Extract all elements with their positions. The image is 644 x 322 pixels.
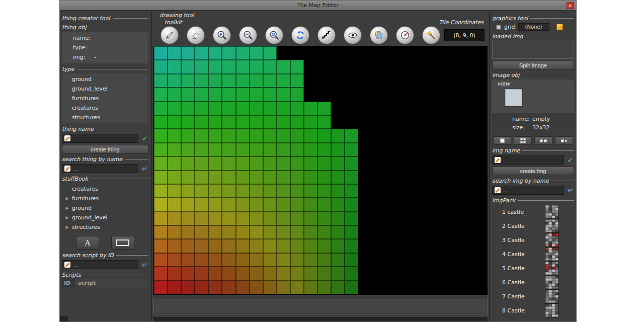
pencil-tool[interactable] — [160, 26, 179, 44]
expand-arrow-icon[interactable]: ▶ — [65, 215, 69, 220]
map-tile[interactable] — [208, 171, 222, 184]
resize-grip[interactable] — [60, 316, 68, 321]
map-tile[interactable] — [181, 129, 195, 142]
map-tile[interactable] — [263, 281, 277, 294]
map-tile[interactable] — [168, 60, 181, 73]
map-tile[interactable] — [304, 102, 317, 115]
map-tile[interactable] — [195, 102, 208, 115]
img-name-input[interactable] — [492, 155, 564, 165]
map-tile[interactable] — [168, 102, 181, 115]
map-tile[interactable] — [181, 281, 195, 294]
map-tile[interactable] — [263, 115, 277, 129]
map-tile[interactable] — [195, 212, 208, 225]
map-tile[interactable] — [208, 212, 222, 225]
map-tile[interactable] — [195, 46, 208, 60]
map-tile[interactable] — [181, 46, 195, 60]
map-tile[interactable] — [250, 184, 263, 198]
map-tile[interactable] — [250, 267, 263, 280]
map-tile[interactable] — [236, 74, 250, 88]
map-tile[interactable] — [195, 88, 208, 101]
map-tile[interactable] — [263, 143, 277, 156]
search-thing-input[interactable]: ... — [62, 164, 138, 173]
map-tile[interactable] — [290, 253, 304, 267]
split-quad-button[interactable] — [514, 136, 532, 145]
map-tile[interactable] — [277, 143, 290, 156]
map-tile[interactable] — [331, 198, 345, 211]
map-tile[interactable] — [236, 267, 250, 280]
map-tile[interactable] — [195, 74, 208, 88]
map-tile[interactable] — [168, 253, 181, 267]
map-tile[interactable] — [222, 46, 235, 60]
map-tile[interactable] — [208, 184, 222, 198]
map-tile[interactable] — [263, 239, 277, 253]
map-tile[interactable] — [154, 74, 168, 88]
zoom-in-tool[interactable] — [213, 26, 231, 44]
map-tile[interactable] — [290, 129, 304, 142]
map-tile[interactable] — [168, 129, 181, 142]
refresh-tool[interactable] — [291, 26, 309, 44]
map-tile[interactable] — [208, 267, 222, 280]
map-tile[interactable] — [317, 115, 331, 129]
map-tile[interactable] — [250, 115, 263, 129]
map-tile[interactable] — [263, 184, 277, 198]
map-tile[interactable] — [263, 267, 277, 280]
map-tile[interactable] — [222, 281, 235, 294]
map-tile[interactable] — [317, 156, 331, 170]
stuffbook-item[interactable]: creatures — [62, 184, 148, 194]
map-tile[interactable] — [236, 171, 250, 184]
map-tile[interactable] — [236, 88, 250, 101]
map-tile[interactable] — [345, 184, 358, 198]
map-tile[interactable] — [304, 115, 317, 129]
map-tile[interactable] — [208, 143, 222, 156]
map-tile[interactable] — [168, 198, 181, 211]
map-tile[interactable] — [181, 198, 195, 211]
map-tile[interactable] — [236, 239, 250, 253]
map-tile[interactable] — [222, 102, 235, 115]
grid-checkbox[interactable] — [496, 25, 501, 30]
map-tile[interactable] — [208, 198, 222, 211]
map-tile[interactable] — [263, 212, 277, 225]
create-thing-button[interactable]: create thing — [62, 145, 148, 153]
map-tile[interactable] — [195, 239, 208, 253]
map-tile[interactable] — [290, 281, 304, 294]
imgpack-item[interactable]: 7 Castle — [492, 289, 574, 303]
map-tile[interactable] — [236, 115, 250, 129]
map-tile[interactable] — [304, 184, 317, 198]
map-tile[interactable] — [181, 102, 195, 115]
map-tile[interactable] — [250, 212, 263, 225]
map-tile[interactable] — [263, 88, 277, 101]
map-tile[interactable] — [250, 281, 263, 294]
map-tile[interactable] — [345, 239, 358, 253]
map-tile[interactable] — [236, 46, 250, 60]
split-image-button[interactable]: Split Image — [492, 61, 574, 69]
close-button[interactable]: × — [567, 2, 574, 9]
map-tile[interactable] — [154, 46, 168, 60]
map-tile[interactable] — [208, 253, 222, 267]
imgpack-item[interactable]: 5 Castle — [492, 261, 574, 275]
map-tile[interactable] — [277, 267, 290, 280]
map-tile[interactable] — [236, 281, 250, 294]
map-tile[interactable] — [195, 253, 208, 267]
map-tile[interactable] — [277, 184, 290, 198]
map-tile[interactable] — [208, 88, 222, 101]
map-tile[interactable] — [250, 156, 263, 170]
map-tile[interactable] — [222, 143, 235, 156]
grid-dropdown[interactable]: (None) — [518, 23, 549, 31]
map-tile[interactable] — [236, 253, 250, 267]
thing-name-input[interactable] — [62, 134, 138, 143]
map-tile[interactable] — [236, 60, 250, 73]
type-item[interactable]: ground — [62, 74, 148, 84]
map-tile[interactable] — [331, 184, 345, 198]
map-tile[interactable] — [290, 88, 304, 101]
map-tile[interactable] — [304, 171, 317, 184]
horizontal-scrollbar[interactable] — [153, 317, 488, 321]
map-tile[interactable] — [236, 184, 250, 198]
map-tile[interactable] — [263, 171, 277, 184]
map-tile[interactable] — [154, 102, 168, 115]
map-tile[interactable] — [222, 60, 235, 73]
map-tile[interactable] — [277, 74, 290, 88]
map-tile[interactable] — [208, 239, 222, 253]
map-tile[interactable] — [263, 60, 277, 73]
map-tile[interactable] — [331, 171, 345, 184]
map-tile[interactable] — [345, 143, 358, 156]
